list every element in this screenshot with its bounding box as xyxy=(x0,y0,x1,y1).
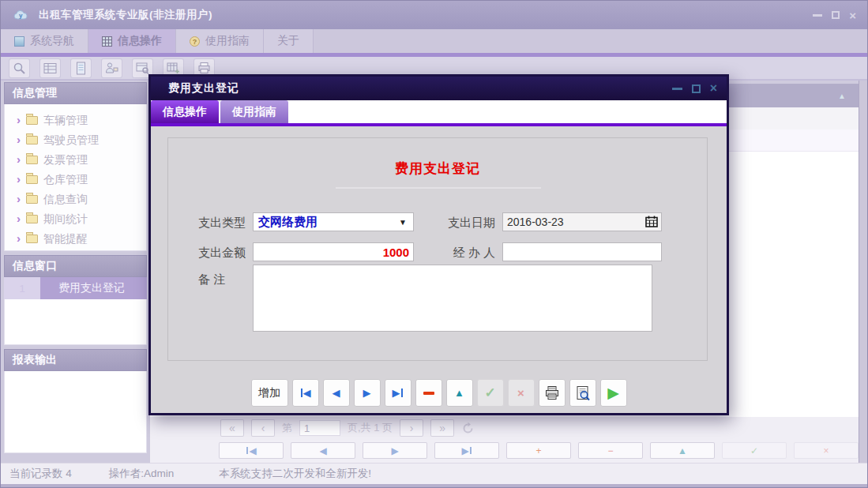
record-prev-button[interactable]: ◀ xyxy=(291,442,355,459)
form-panel: 费用支出登记 支出类型 交网络费用 ▼ 支出日期 xyxy=(167,137,708,361)
amount-input[interactable] xyxy=(253,242,414,261)
print-button[interactable] xyxy=(539,379,566,407)
report-output-empty xyxy=(4,371,147,453)
last-record-button[interactable]: ▶ xyxy=(385,379,411,407)
status-message: 本系统支持二次开发和全新开发! xyxy=(219,467,371,481)
first-record-button[interactable]: ◀ xyxy=(292,379,319,407)
tree-item-driver[interactable]: › 驾驶员管理 xyxy=(5,130,146,150)
document-icon[interactable] xyxy=(70,58,92,78)
pagination-bar: « ‹ 第 页,共 1 页 › » xyxy=(220,419,475,437)
run-button[interactable]: ▶ xyxy=(600,379,627,407)
expense-type-select[interactable]: 交网络费用 ▼ xyxy=(253,212,414,231)
question-icon: ? xyxy=(190,36,200,47)
dialog-minimize-icon[interactable] xyxy=(672,88,682,90)
chevron-right-icon: › xyxy=(17,212,21,224)
sidebar-section-info-manage[interactable]: 信息管理 xyxy=(4,82,147,104)
close-icon[interactable]: × xyxy=(849,9,856,21)
search-icon[interactable] xyxy=(9,58,30,78)
folder-icon xyxy=(26,235,38,243)
row-index: 1 xyxy=(4,277,40,299)
minimize-icon[interactable] xyxy=(813,14,822,17)
add-button[interactable]: 增加 xyxy=(251,379,288,407)
folder-icon xyxy=(26,195,38,204)
calendar-icon[interactable] xyxy=(644,215,659,228)
tree-item-vehicle[interactable]: › 车辆管理 xyxy=(5,111,146,130)
handler-label: 经 办 人 xyxy=(435,246,495,261)
print-preview-button[interactable] xyxy=(569,379,596,407)
tree-item-invoice[interactable]: › 发票管理 xyxy=(5,150,146,170)
nav-square-icon xyxy=(14,36,24,47)
expense-type-value: 交网络费用 xyxy=(254,215,399,230)
tree-item-period-stats[interactable]: › 期间统计 xyxy=(5,209,146,229)
expense-type-label: 支出类型 xyxy=(186,216,246,231)
dialog-titlebar[interactable]: 费用支出登记 × xyxy=(151,77,727,100)
triangle-up-icon: ▲ xyxy=(454,387,464,399)
expense-dialog: 费用支出登记 × 信息操作 使用指南 费用支出登记 支出类型 交网络费用 ▼ xyxy=(148,74,729,415)
edit-button[interactable]: ▲ xyxy=(446,379,473,407)
table-icon[interactable] xyxy=(39,58,61,78)
window-bottom-edge xyxy=(1,484,867,488)
tab-user-guide[interactable]: ? 使用指南 xyxy=(176,29,264,53)
record-first-button[interactable]: ◀ xyxy=(219,442,284,459)
sidebar-section-info-window[interactable]: 信息窗口 xyxy=(4,255,147,277)
dialog-close-icon[interactable]: × xyxy=(710,82,717,95)
row-label: 费用支出登记 xyxy=(40,277,147,299)
window-titlebar: y 出租车管理系统专业版(非注册用户) × xyxy=(1,1,867,29)
delete-button[interactable] xyxy=(415,379,442,407)
grid-icon xyxy=(102,36,112,47)
dialog-tab-user-guide[interactable]: 使用指南 xyxy=(220,100,288,123)
prev-record-button[interactable]: ◀ xyxy=(323,379,350,407)
refresh-icon[interactable] xyxy=(461,422,475,435)
page-first-button[interactable]: « xyxy=(220,419,244,437)
expense-date-label: 支出日期 xyxy=(435,216,495,231)
chevron-right-icon: › xyxy=(17,153,21,165)
page-number-input[interactable] xyxy=(299,420,340,436)
page-last-button[interactable]: » xyxy=(430,419,454,437)
record-cancel-button[interactable]: × xyxy=(794,442,859,459)
save-button[interactable]: ✓ xyxy=(477,379,504,407)
tab-about[interactable]: 关于 xyxy=(264,29,314,53)
remark-label: 备 注 xyxy=(186,272,246,287)
vertical-scrollbar[interactable] xyxy=(859,81,867,463)
folder-icon xyxy=(26,136,38,145)
play-icon: ▶ xyxy=(607,385,619,400)
status-bar: 当前记录数 4 操作者:Admin 本系统支持二次开发和全新开发! xyxy=(1,463,867,484)
remark-textarea[interactable] xyxy=(253,265,652,332)
tab-info-operation[interactable]: 信息操作 xyxy=(88,29,176,53)
record-delete-button[interactable]: − xyxy=(578,442,643,459)
record-count-label: 当前记录数 4 xyxy=(9,467,72,481)
page-prev-button[interactable]: ‹ xyxy=(251,419,275,437)
tree-item-warehouse[interactable]: › 仓库管理 xyxy=(5,170,146,190)
sidebar: 信息管理 › 车辆管理 › 驾驶员管理 › 发票管理 › 仓库管理 xyxy=(4,82,147,463)
tab-system-nav[interactable]: 系统导航 xyxy=(1,29,88,53)
folder-icon xyxy=(26,116,38,125)
expense-date-input[interactable] xyxy=(502,212,662,231)
collapse-icon[interactable]: ▲ xyxy=(838,92,846,100)
record-next-button[interactable]: ▶ xyxy=(363,442,427,459)
dialog-button-row: 增加 ◀ ◀ ▶ ▶ ▲ xyxy=(151,379,727,407)
page-next-button[interactable]: › xyxy=(400,419,423,437)
info-window-row[interactable]: 1 费用支出登记 xyxy=(4,277,147,299)
dialog-restore-icon[interactable] xyxy=(692,84,701,93)
handler-input[interactable] xyxy=(502,242,662,261)
next-record-button[interactable]: ▶ xyxy=(354,379,381,407)
restore-icon[interactable] xyxy=(832,11,840,19)
sidebar-section-report-output[interactable]: 报表输出 xyxy=(4,349,147,371)
operator-label: 操作者:Admin xyxy=(109,467,175,481)
record-save-button[interactable]: ✓ xyxy=(722,442,787,459)
record-edit-button[interactable]: ▲ xyxy=(650,442,715,459)
record-last-button[interactable]: ▶ xyxy=(434,442,499,459)
amount-label: 支出金额 xyxy=(186,246,246,261)
minus-icon xyxy=(423,392,434,395)
info-manage-tree: › 车辆管理 › 驾驶员管理 › 发票管理 › 仓库管理 › xyxy=(4,104,147,251)
dialog-tab-info-operation[interactable]: 信息操作 xyxy=(151,100,219,123)
page-prefix-label: 第 xyxy=(282,421,292,435)
tree-item-smart-reminder[interactable]: › 智能提醒 xyxy=(5,229,146,249)
user-icon[interactable] xyxy=(101,58,122,78)
tree-item-info-query[interactable]: › 信息查询 xyxy=(5,190,146,209)
dialog-body: 费用支出登记 支出类型 交网络费用 ▼ 支出日期 xyxy=(151,126,727,413)
cancel-button[interactable]: × xyxy=(508,379,535,407)
record-add-button[interactable]: + xyxy=(506,442,571,459)
printer-icon xyxy=(544,385,560,400)
dropdown-arrow-icon: ▼ xyxy=(399,218,413,227)
